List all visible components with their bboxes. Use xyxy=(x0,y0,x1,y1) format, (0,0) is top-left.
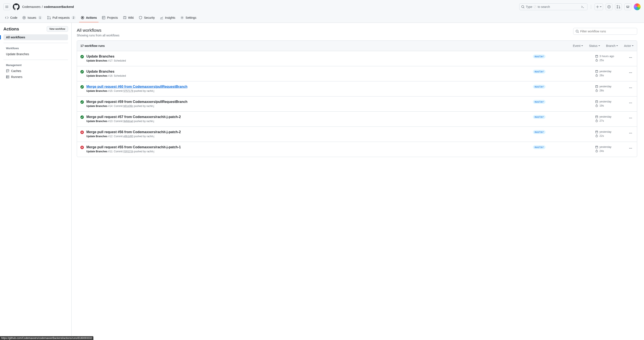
run-title-link[interactable]: Update Branches xyxy=(86,54,530,58)
code-icon xyxy=(5,16,8,19)
svg-point-58 xyxy=(630,148,631,149)
svg-point-29 xyxy=(632,72,632,73)
stopwatch-icon xyxy=(595,134,598,137)
stopwatch-icon xyxy=(595,74,598,77)
book-icon xyxy=(123,16,126,19)
calendar-icon xyxy=(595,115,598,118)
new-workflow-button[interactable]: New workflow xyxy=(47,26,68,32)
svg-point-23 xyxy=(632,57,632,58)
tab-code[interactable]: Code xyxy=(4,14,19,22)
repo-link[interactable]: codemaxxerBackend xyxy=(44,5,74,8)
branch-badge[interactable]: master xyxy=(533,54,546,58)
svg-rect-11 xyxy=(102,16,105,19)
stopwatch-icon xyxy=(595,89,598,92)
run-menu-button[interactable] xyxy=(628,145,634,151)
filter-input-field[interactable] xyxy=(580,30,635,33)
run-workflow-name[interactable]: Update Branches xyxy=(86,135,108,138)
run-workflow-name[interactable]: Update Branches xyxy=(86,105,108,108)
svg-point-4 xyxy=(619,7,620,8)
org-link[interactable]: Codemaxxers xyxy=(22,5,40,8)
svg-point-59 xyxy=(632,148,632,149)
run-timing: yesterday22s xyxy=(595,130,625,138)
sidebar-item-caches[interactable]: Caches xyxy=(4,68,68,74)
tab-issues[interactable]: Issues 1 xyxy=(21,14,44,22)
svg-point-2 xyxy=(617,5,618,6)
run-workflow-name[interactable]: Update Branches xyxy=(86,59,108,62)
svg-point-41 xyxy=(632,103,632,103)
filter-status[interactable]: Status xyxy=(589,44,600,47)
notifications-button[interactable] xyxy=(624,3,631,10)
run-workflow-name[interactable]: Update Branches xyxy=(86,120,108,123)
search-box[interactable]: Type / to search xyxy=(519,3,588,10)
search-icon xyxy=(521,5,524,8)
github-logo[interactable] xyxy=(13,3,20,10)
tab-pulls[interactable]: Pull requests 2 xyxy=(46,14,78,22)
pull-requests-button[interactable] xyxy=(615,3,622,10)
stopwatch-icon xyxy=(595,119,598,122)
commit-link[interactable]: 016121b xyxy=(123,150,133,153)
sidebar-item-workflow[interactable]: Update Branches xyxy=(4,51,68,57)
kebab-icon xyxy=(629,56,632,59)
run-menu-button[interactable] xyxy=(628,85,634,91)
run-menu-button[interactable] xyxy=(628,70,634,76)
tab-projects[interactable]: Projects xyxy=(100,14,120,22)
run-meta: Update Branches #13: Commit 6e6dcad push… xyxy=(86,120,530,123)
stopwatch-icon xyxy=(595,59,598,62)
calendar-icon xyxy=(595,130,598,133)
tab-settings[interactable]: Settings xyxy=(179,14,198,22)
run-title-link[interactable]: Merge pull request #59 from Codemaxxers/… xyxy=(86,100,530,104)
svg-point-51 xyxy=(629,133,630,134)
tab-security[interactable]: Security xyxy=(137,14,156,22)
svg-rect-43 xyxy=(596,116,598,118)
branch-badge[interactable]: master xyxy=(533,145,546,149)
commit-link[interactable]: e9b1d93 xyxy=(123,135,133,138)
menu-button[interactable] xyxy=(4,3,10,10)
run-workflow-name[interactable]: Update Branches xyxy=(86,89,108,92)
sidebar-item-runners[interactable]: Runners xyxy=(4,74,68,80)
tab-wiki[interactable]: Wiki xyxy=(121,14,136,22)
command-palette-icon xyxy=(581,5,586,8)
filter-event[interactable]: Event xyxy=(573,44,583,47)
run-title-link[interactable]: Merge pull request #57 from Codemaxxers/… xyxy=(86,115,530,119)
commit-link[interactable]: 6e6dcad xyxy=(123,120,133,123)
run-menu-button[interactable] xyxy=(628,54,634,60)
sidebar-heading-workflows: Workflows xyxy=(4,45,68,51)
branch-badge[interactable]: master xyxy=(533,100,546,104)
run-timing: yesterday19s xyxy=(595,100,625,108)
create-new-button[interactable] xyxy=(594,3,603,10)
branch-badge[interactable]: master xyxy=(533,115,546,119)
run-workflow-name[interactable]: Update Branches xyxy=(86,74,108,77)
user-avatar[interactable] xyxy=(634,3,640,10)
run-menu-button[interactable] xyxy=(628,130,634,136)
commit-link[interactable]: 5757178 xyxy=(123,89,133,92)
check-circle-icon xyxy=(80,85,84,89)
commit-link[interactable]: b81e36c xyxy=(123,105,133,108)
stopwatch-icon xyxy=(595,150,598,153)
branch-badge[interactable]: master xyxy=(533,85,546,89)
page-title: All workflows xyxy=(77,28,120,33)
tab-actions[interactable]: Actions xyxy=(79,14,98,22)
filter-actor[interactable]: Actor xyxy=(624,44,634,47)
sidebar: Actions New workflow All workflows Workf… xyxy=(0,23,72,339)
page-subtitle: Showing runs from all workflows xyxy=(77,34,120,37)
run-title-link[interactable]: Merge pull request #55 from Codemaxxers/… xyxy=(86,145,530,149)
pulls-count: 2 xyxy=(72,16,76,19)
tab-insights[interactable]: Insights xyxy=(158,14,177,22)
branch-badge[interactable]: master xyxy=(533,130,546,134)
branch-badge[interactable]: master xyxy=(533,70,546,73)
svg-rect-31 xyxy=(596,85,598,87)
run-title-link[interactable]: Update Branches xyxy=(86,70,530,73)
run-menu-button[interactable] xyxy=(628,100,634,106)
sidebar-item-all[interactable]: All workflows xyxy=(4,34,68,40)
issues-button[interactable] xyxy=(606,3,612,10)
run-timing: yesterday28s xyxy=(595,85,625,93)
filter-branch[interactable]: Branch xyxy=(606,44,618,47)
run-title-link[interactable]: Merge pull request #56 from Codemaxxers/… xyxy=(86,130,530,134)
run-title-link[interactable]: Merge pull request #60 from Codemaxxers/… xyxy=(86,85,530,89)
workflow-run-row: Merge pull request #60 from Codemaxxers/… xyxy=(77,81,637,96)
svg-point-16 xyxy=(6,76,7,76)
run-menu-button[interactable] xyxy=(628,115,634,121)
svg-point-40 xyxy=(630,103,631,103)
run-workflow-name[interactable]: Update Branches xyxy=(86,150,108,153)
filter-input[interactable] xyxy=(573,28,637,35)
